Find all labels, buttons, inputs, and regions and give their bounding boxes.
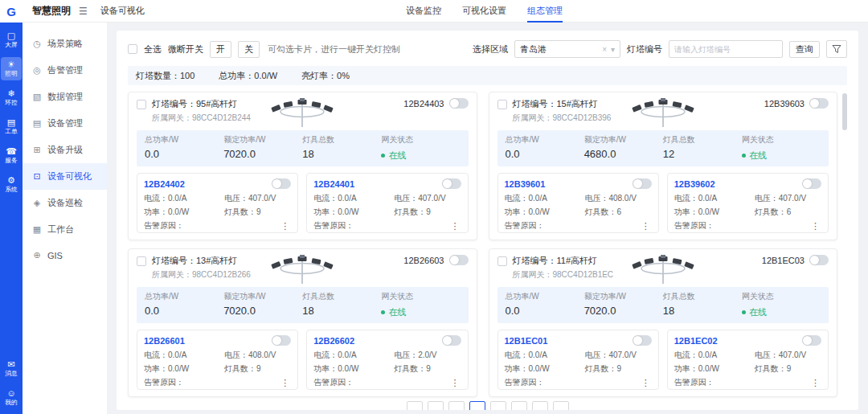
- more-actions-icon[interactable]: ⋮: [809, 378, 821, 388]
- rail-item-label: 工单: [5, 128, 17, 135]
- sidebar-item-gis[interactable]: ⊕ GIS: [23, 243, 107, 268]
- tower-image: [627, 255, 699, 285]
- more-actions-icon[interactable]: ⋮: [279, 221, 291, 232]
- device-id-link[interactable]: 12B39602: [674, 179, 715, 189]
- collapse-sidebar-icon[interactable]: ☰: [79, 6, 88, 17]
- switch-on-button[interactable]: 开: [210, 41, 231, 58]
- field-voltage: 电压：2.0/V: [394, 350, 461, 361]
- scrollbar-track[interactable]: [842, 92, 847, 397]
- more-actions-icon[interactable]: ⋮: [640, 221, 652, 232]
- rail-item-system[interactable]: ⚙ 系统: [1, 173, 22, 196]
- rail-item-environment[interactable]: ❄ 环控: [1, 86, 22, 109]
- main-device-toggle[interactable]: [449, 98, 469, 109]
- alarm-row: 告警原因： ⋮: [144, 375, 291, 388]
- device-toggle[interactable]: [633, 335, 652, 346]
- tower-no-input[interactable]: [669, 40, 783, 58]
- card-title-block: 灯塔编号：95#高杆灯 所属网关：98CC4D12B244: [152, 98, 251, 124]
- stat-rated-power: 额定功率/W 7020.0: [584, 291, 663, 318]
- pagination-next[interactable]: [553, 401, 569, 410]
- device-card-header: 12B24401: [313, 178, 461, 189]
- search-button[interactable]: 查询: [789, 41, 820, 58]
- device-id-link[interactable]: 12B26601: [144, 336, 185, 346]
- card-checkbox[interactable]: [497, 100, 507, 109]
- gateway-status-text: 在线: [388, 150, 406, 162]
- sidebar-item-device-inspection[interactable]: ◈ 设备巡检: [23, 190, 107, 216]
- card-checkbox[interactable]: [137, 256, 146, 266]
- more-actions-icon[interactable]: ⋮: [809, 221, 821, 232]
- stat-value: 0.0: [145, 148, 223, 160]
- pagination-page[interactable]: [448, 401, 465, 410]
- device-fields: 电流：0.0/A 电压：407.0/V 功率：0.0/W 灯具数：9: [313, 193, 461, 218]
- pagination-page[interactable]: [490, 401, 506, 410]
- more-actions-icon[interactable]: ⋮: [449, 378, 461, 388]
- device-toggle[interactable]: [802, 335, 821, 346]
- main-device-toggle[interactable]: [449, 255, 469, 265]
- more-actions-icon[interactable]: ⋮: [449, 221, 461, 232]
- app-logo[interactable]: G: [0, 0, 23, 23]
- top-header: 智慧照明 ☰ 设备可视化 设备监控 可视化设置 组态管理: [23, 0, 868, 23]
- field-voltage: 电压：408.0/V: [224, 350, 291, 361]
- device-toggle[interactable]: [272, 178, 291, 189]
- stat-gateway-status: 网关状态 在线: [742, 134, 821, 162]
- more-actions-icon[interactable]: ⋮: [640, 378, 652, 388]
- stat-value: 12: [663, 148, 742, 160]
- tower-gateway: 所属网关：98CC4D12B266: [152, 269, 251, 281]
- device-id-link[interactable]: 12B1EC02: [674, 336, 718, 346]
- device-toggle[interactable]: [802, 178, 821, 189]
- filter-button[interactable]: [826, 40, 847, 58]
- more-actions-icon[interactable]: ⋮: [279, 378, 291, 388]
- rail-item-service[interactable]: ☎ 服务: [1, 144, 22, 167]
- workbench-icon: ▦: [32, 224, 42, 235]
- cards-area: 灯塔编号：95#高杆灯 所属网关：98CC4D12B244: [128, 92, 847, 397]
- sidebar-item-device-visualization[interactable]: ⊡ 设备可视化: [23, 163, 107, 190]
- rail-item-profile[interactable]: ☺ 我的: [1, 386, 22, 409]
- device-toggle[interactable]: [442, 335, 461, 346]
- card-checkbox[interactable]: [137, 100, 146, 109]
- sidebar-item-device-upgrade[interactable]: ⊞ 设备升级: [23, 137, 107, 163]
- card-checkbox[interactable]: [497, 256, 507, 266]
- device-id-link[interactable]: 12B24401: [313, 179, 354, 189]
- device-id-link[interactable]: 12B24402: [144, 179, 185, 189]
- tab-device-monitor[interactable]: 设备监控: [406, 0, 441, 23]
- pagination-page-current[interactable]: [469, 401, 485, 410]
- tab-config-management[interactable]: 组态管理: [527, 0, 563, 23]
- sidebar-item-workbench[interactable]: ▦ 工作台: [23, 216, 107, 243]
- rail-item-dashboard[interactable]: ▢ 大屏: [1, 28, 22, 51]
- gateway-status-text: 在线: [749, 150, 767, 162]
- sidebar-item-alarm-management[interactable]: ◎ 告警管理: [23, 57, 107, 84]
- main-device-toggle[interactable]: [809, 98, 829, 109]
- device-card: 12B39601 电流：0.0/A 电压：408.0/V 功率：0.0/W 灯具…: [497, 173, 659, 233]
- clear-icon[interactable]: ×: [602, 45, 607, 54]
- select-all-checkbox[interactable]: [128, 44, 137, 54]
- sidebar-item-data-management[interactable]: ▧ 数据管理: [23, 84, 107, 110]
- gateway-status: 在线: [742, 306, 821, 318]
- main-device-toggle[interactable]: [809, 255, 829, 265]
- region-label: 选择区域: [473, 43, 508, 55]
- device-id-link[interactable]: 12B39601: [505, 179, 546, 189]
- region-select[interactable]: 青岛港 × ▾: [514, 40, 620, 58]
- rail-item-workorder[interactable]: ▤ 工单: [1, 115, 22, 138]
- tab-visual-settings[interactable]: 可视化设置: [462, 0, 506, 23]
- pagination-page[interactable]: [428, 401, 444, 410]
- device-toggle[interactable]: [272, 335, 291, 346]
- device-toggle[interactable]: [442, 178, 461, 189]
- field-power: 功率：0.0/W: [674, 207, 751, 218]
- device-card: 12B24402 电流：0.0/A 电压：407.0/V 功率：0.0/W 灯具…: [137, 173, 298, 233]
- device-toggle[interactable]: [633, 178, 652, 189]
- card-header-right: 12B26603: [403, 255, 468, 265]
- pagination-page[interactable]: [532, 401, 548, 410]
- switch-off-button[interactable]: 关: [238, 41, 260, 58]
- device-id-link[interactable]: 12B26602: [313, 336, 354, 346]
- sidebar-item-device-management[interactable]: ▤ 设备管理: [23, 110, 107, 137]
- rail-item-lighting[interactable]: ☀ 照明: [1, 57, 22, 80]
- device-row: 12B24402 电流：0.0/A 电压：407.0/V 功率：0.0/W 灯具…: [137, 173, 469, 233]
- pagination-prev[interactable]: [407, 401, 423, 410]
- sidebar-item-scene-strategy[interactable]: ◷ 场景策略: [23, 31, 107, 57]
- inspection-icon: ◈: [32, 198, 42, 208]
- stat-rated-power: 额定功率/W 7020.0: [223, 134, 302, 162]
- device-id-link[interactable]: 12B1EC01: [505, 336, 548, 346]
- scrollbar-thumb[interactable]: [842, 93, 847, 130]
- field-power: 功率：0.0/W: [313, 363, 391, 375]
- rail-item-messages[interactable]: ✉ 消息: [1, 357, 22, 380]
- pagination-page[interactable]: [511, 401, 527, 410]
